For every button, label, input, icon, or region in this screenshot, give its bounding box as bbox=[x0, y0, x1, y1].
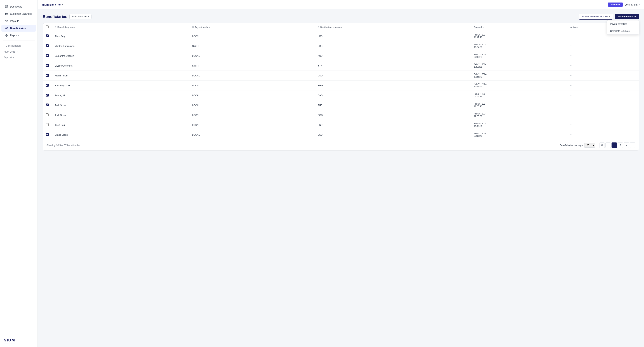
row-actions-button-1[interactable]: ··· bbox=[570, 44, 574, 47]
grid-icon bbox=[5, 5, 8, 8]
row-checkbox-5[interactable] bbox=[46, 84, 48, 87]
export-label: Export selected as CSV bbox=[582, 15, 608, 18]
sidebar-item-nium-docs[interactable]: Nium Docs ↗ bbox=[0, 49, 38, 54]
row-checkbox-7[interactable] bbox=[46, 104, 48, 106]
row-checkbox-2[interactable] bbox=[46, 54, 48, 57]
beneficiaries-table-container: ⊟ Beneficiary name ⊟ Payout method bbox=[43, 23, 639, 150]
cell-payout-6: LOCAL bbox=[189, 90, 315, 100]
bank-dropdown-icon[interactable]: ▾ bbox=[62, 4, 63, 6]
row-actions-button-9[interactable]: ··· bbox=[570, 123, 574, 126]
table-body: Tiren Reg LOCAL HKD Feb 15, 2024 11:47:1… bbox=[43, 31, 639, 140]
cell-actions-10: ··· bbox=[568, 130, 639, 140]
row-actions-button-3[interactable]: ··· bbox=[570, 64, 574, 67]
row-checkbox-9[interactable] bbox=[46, 123, 48, 126]
user-name: John Smith bbox=[625, 3, 638, 6]
table-row: Drake Drake LOCAL USD Feb 02, 2024 03:11… bbox=[43, 130, 639, 140]
beneficiaries-table: ⊟ Beneficiary name ⊟ Payout method bbox=[43, 23, 639, 140]
dropdown-item-complete-template[interactable]: Complete template bbox=[607, 28, 639, 34]
row-actions-button-7[interactable]: ··· bbox=[570, 104, 574, 106]
cell-actions-5: ··· bbox=[568, 80, 639, 90]
external-link-icon: ↗ bbox=[16, 51, 18, 53]
row-checkbox-1[interactable] bbox=[46, 44, 48, 47]
dropdown-item-payout-template[interactable]: Payout template bbox=[607, 20, 639, 28]
cell-checkbox-9 bbox=[43, 120, 52, 130]
sidebar-item-payouts[interactable]: Payouts bbox=[2, 18, 36, 24]
sidebar-item-reports[interactable]: Reports bbox=[2, 32, 36, 39]
sort-icon-created[interactable]: ↕ bbox=[483, 26, 484, 28]
row-actions-button-2[interactable]: ··· bbox=[570, 54, 574, 57]
per-page-label: Beneficiaries per page bbox=[560, 144, 583, 146]
row-checkbox-0[interactable] bbox=[46, 34, 48, 37]
cell-checkbox-2 bbox=[43, 51, 52, 61]
per-page-selector: Beneficiaries per page 25 10 50 100 bbox=[560, 143, 595, 148]
filter-icon-payout[interactable]: ⊟ bbox=[192, 26, 194, 28]
table-row: Ulysse Chevrolet SWIFT JPY Feb 12, 2024 … bbox=[43, 61, 639, 71]
row-checkbox-8[interactable] bbox=[46, 114, 48, 116]
filter-icon-currency[interactable]: ⊟ bbox=[318, 26, 319, 28]
first-page-button[interactable]: ⟨⟨ bbox=[599, 142, 605, 148]
row-actions-button-8[interactable]: ··· bbox=[570, 114, 574, 116]
row-actions-button-6[interactable]: ··· bbox=[570, 94, 574, 97]
table-row: Ranaditya Palit LOCAL SGD Feb 11, 2024 1… bbox=[43, 80, 639, 90]
col-label-actions: Actions bbox=[570, 26, 578, 28]
prev-page-button[interactable]: ‹ bbox=[606, 142, 611, 148]
sidebar-item-label: Customer Balances bbox=[10, 12, 32, 15]
cell-created-9: Feb 05, 2024 11:46:01 bbox=[471, 120, 568, 130]
cell-checkbox-4 bbox=[43, 71, 52, 80]
cell-actions-8: ··· bbox=[568, 110, 639, 120]
row-checkbox-3[interactable] bbox=[46, 64, 48, 67]
row-checkbox-10[interactable] bbox=[46, 133, 48, 136]
col-label-created: Created bbox=[474, 26, 482, 28]
next-page-button[interactable]: › bbox=[624, 142, 629, 148]
user-menu[interactable]: John Smith ▾ bbox=[625, 3, 640, 6]
configuration-label: Configuration bbox=[6, 44, 21, 47]
last-page-button[interactable]: ⟩⟩ bbox=[630, 142, 635, 148]
cell-currency-10: USD bbox=[315, 130, 471, 140]
row-actions-button-5[interactable]: ··· bbox=[570, 84, 574, 87]
row-checkbox-6[interactable] bbox=[46, 94, 48, 96]
cell-payout-8: LOCAL bbox=[189, 110, 315, 120]
cell-currency-3: JPY bbox=[315, 61, 471, 71]
main-area: Nium Bank Inc ▾ Sandbox John Smith ▾ Ben… bbox=[38, 0, 644, 347]
export-chevron-icon: ▾ bbox=[609, 16, 610, 18]
cell-created-3: Feb 12, 2024 17:05:51 bbox=[471, 61, 568, 71]
sidebar-item-beneficiaries[interactable]: Beneficiaries bbox=[2, 25, 36, 32]
sidebar-item-configuration[interactable]: › Configuration bbox=[0, 42, 38, 49]
cell-created-0: Feb 15, 2024 11:47:18 bbox=[471, 31, 568, 41]
user-menu-chevron: ▾ bbox=[638, 4, 640, 6]
row-actions-button-0[interactable]: ··· bbox=[570, 34, 574, 38]
page-2-button[interactable]: 2 bbox=[618, 142, 623, 148]
page-1-button[interactable]: 1 bbox=[612, 142, 617, 148]
col-label-currency: Destination currency bbox=[320, 26, 342, 28]
prev-page-icon: ‹ bbox=[608, 144, 608, 146]
svg-rect-2 bbox=[6, 7, 6, 8]
cell-name-5: Ranaditya Palit bbox=[52, 80, 189, 90]
per-page-select[interactable]: 25 10 50 100 bbox=[584, 143, 595, 148]
cell-name-0: Tiren Reg bbox=[52, 31, 189, 41]
sidebar-item-label: Payouts bbox=[10, 20, 19, 22]
cell-name-4: Kranti Talluri bbox=[52, 71, 189, 80]
cell-currency-9: HKD bbox=[315, 120, 471, 130]
sidebar-item-support[interactable]: Support ↗ bbox=[0, 54, 38, 60]
cell-checkbox-10 bbox=[43, 130, 52, 140]
sidebar-item-customer-balances[interactable]: Customer Balances bbox=[2, 10, 36, 17]
select-all-checkbox[interactable] bbox=[46, 26, 48, 28]
pagination-bar: Showing 1-25 of 37 beneficiaries Benefic… bbox=[43, 140, 639, 150]
nium-docs-label: Nium Docs bbox=[4, 50, 15, 53]
cell-created-10: Feb 02, 2024 03:11:46 bbox=[471, 130, 568, 140]
row-actions-button-10[interactable]: ··· bbox=[570, 133, 574, 136]
last-page-icon: ⟩⟩ bbox=[632, 144, 634, 146]
filter-icon-name[interactable]: ⊟ bbox=[55, 26, 56, 28]
cell-created-7: Feb 05, 2024 12:05:10 bbox=[471, 100, 568, 110]
new-beneficiary-button[interactable]: New beneficiary bbox=[615, 14, 639, 20]
cell-created-5: Feb 11, 2024 17:56:49 bbox=[471, 80, 568, 90]
cell-name-2: Samantha Deckow bbox=[52, 51, 189, 61]
export-csv-button[interactable]: Export selected as CSV ▾ bbox=[579, 14, 613, 20]
th-select bbox=[43, 23, 52, 31]
sidebar-item-dashboard[interactable]: Dashboard bbox=[2, 3, 36, 10]
col-label-name: Beneficiary name bbox=[58, 26, 75, 28]
bank-selector[interactable]: Nium Bank Inc ▾ bbox=[70, 14, 92, 19]
cell-checkbox-0 bbox=[43, 31, 52, 41]
row-checkbox-4[interactable] bbox=[46, 74, 48, 77]
row-actions-button-4[interactable]: ··· bbox=[570, 74, 574, 77]
